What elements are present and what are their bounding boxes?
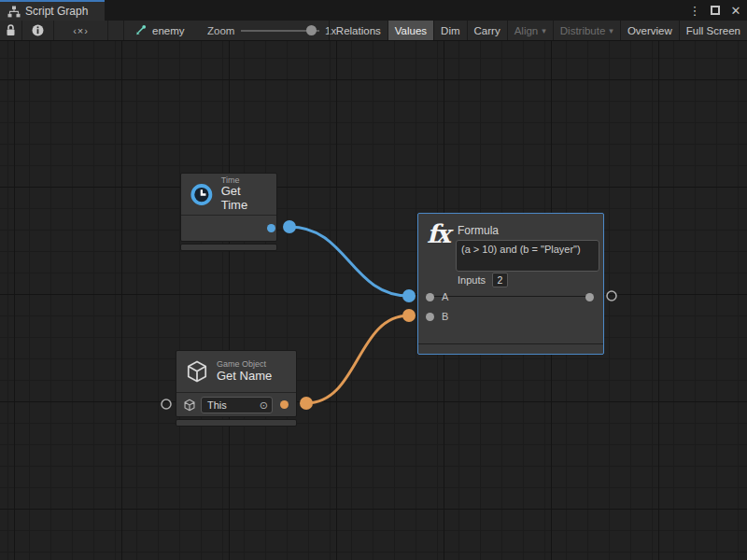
carry-label: Carry — [474, 25, 500, 36]
info-icon — [32, 24, 44, 36]
get-time-body — [181, 215, 276, 241]
inputs-label: Inputs — [458, 274, 486, 286]
dim-button[interactable]: Dim — [433, 21, 466, 40]
close-icon: ✕ — [731, 4, 741, 18]
target-value: This — [207, 399, 260, 411]
tab-script-graph[interactable]: Script Graph — [0, 0, 105, 21]
object-picker-icon[interactable]: ⊙ — [260, 399, 268, 412]
port-a-input[interactable] — [426, 293, 434, 301]
formula-output-port[interactable] — [585, 293, 594, 301]
values-button[interactable]: Values — [388, 21, 433, 40]
relations-label: Relations — [336, 25, 381, 36]
window-controls: ⋮ ✕ — [687, 0, 743, 21]
align-label: Align — [514, 25, 539, 36]
graph-canvas[interactable]: Time Get Time fx Formula (a > 10) and (b… — [0, 41, 747, 560]
graph-name: enemy — [152, 25, 185, 36]
close-button[interactable]: ✕ — [728, 2, 743, 19]
port-a-label: A — [442, 290, 448, 303]
distribute-button[interactable]: Distribute ▾ — [553, 21, 620, 40]
graph-node-icon — [134, 24, 147, 36]
node-footer — [176, 419, 297, 427]
zoom-slider-handle[interactable] — [306, 25, 317, 35]
dropdown-arrow-icon: ▾ — [609, 26, 613, 35]
zoom-slider[interactable] — [241, 21, 319, 40]
formula-expression-input[interactable]: (a > 10) and (b = "Player") — [456, 240, 599, 272]
maximize-icon — [711, 6, 720, 15]
node-footer-divider — [418, 343, 603, 344]
distribute-label: Distribute — [560, 25, 606, 36]
align-button[interactable]: Align ▾ — [507, 21, 553, 40]
formula-inputs-row: Inputs 2 — [458, 273, 508, 287]
graph-hierarchy-icon — [7, 6, 21, 18]
carry-button[interactable]: Carry — [467, 21, 507, 40]
toolbar-toggle-group: Relations Values Dim Carry Align ▾ Distr… — [329, 21, 747, 40]
values-label: Values — [395, 25, 427, 36]
node-formula[interactable]: fx Formula (a > 10) and (b = "Player") I… — [417, 213, 604, 355]
port-row-b: B — [418, 310, 603, 323]
get-time-header[interactable]: Time Get Time — [181, 174, 276, 215]
fullscreen-button[interactable]: Full Screen — [679, 21, 747, 40]
cube-icon — [183, 399, 196, 412]
node-title: Get Name — [217, 370, 272, 384]
wire-endpoint-blue[interactable] — [402, 289, 416, 302]
connection-wire-blue[interactable] — [289, 227, 409, 296]
script-graph-window: Script Graph ⋮ ✕ — [0, 0, 747, 560]
tab-title: Script Graph — [25, 5, 88, 18]
get-time-output-port[interactable] — [267, 224, 275, 232]
tab-bar: Script Graph ⋮ ✕ — [0, 0, 747, 21]
window-menu-button[interactable]: ⋮ — [687, 2, 702, 19]
info-button[interactable] — [22, 21, 54, 40]
get-name-header[interactable]: Game Object Get Name — [176, 351, 296, 392]
wire-endpoint-orange[interactable] — [300, 397, 313, 410]
connections-layer — [0, 41, 747, 560]
overview-button[interactable]: Overview — [620, 21, 679, 40]
node-get-time[interactable]: Time Get Time — [180, 173, 277, 251]
formula-output-socket[interactable] — [607, 291, 616, 301]
node-get-name[interactable]: Game Object Get Name This ⊙ — [176, 350, 297, 427]
fullscreen-label: Full Screen — [686, 25, 740, 36]
port-b-input[interactable] — [426, 313, 434, 321]
dropdown-arrow-icon: ▾ — [542, 26, 546, 35]
cube-icon — [185, 359, 209, 384]
port-row-a: A — [418, 290, 603, 303]
fx-icon: fx — [427, 219, 457, 248]
port-b-label: B — [442, 310, 448, 323]
wire-endpoint-orange[interactable] — [402, 309, 416, 322]
maximize-button[interactable] — [708, 2, 723, 19]
dim-label: Dim — [441, 25, 459, 36]
get-name-output-port[interactable] — [280, 400, 289, 409]
code-toggle-button[interactable]: ‹×› — [54, 21, 108, 40]
node-title: Formula — [458, 224, 499, 237]
clock-icon — [190, 182, 214, 207]
lock-button[interactable] — [0, 21, 22, 40]
node-title: Get Time — [221, 185, 268, 213]
connection-wire-orange[interactable] — [306, 315, 409, 403]
code-toggle-icon: ‹×› — [73, 25, 89, 36]
getname-input-socket[interactable] — [162, 399, 171, 409]
overview-label: Overview — [627, 25, 672, 36]
gameobject-target-field[interactable]: This ⊙ — [201, 397, 273, 413]
inputs-count-input[interactable]: 2 — [492, 273, 508, 287]
graph-breadcrumb[interactable]: enemy — [123, 21, 185, 40]
relations-button[interactable]: Relations — [329, 21, 388, 40]
get-name-body: This ⊙ — [176, 392, 296, 416]
zoom-label: Zoom — [207, 21, 234, 40]
more-icon: ⋮ — [689, 4, 701, 18]
graph-toolbar: ‹×› enemy Zoom 1x Relations Values Dim — [0, 21, 747, 41]
wire-endpoint-blue[interactable] — [283, 220, 296, 233]
node-footer — [180, 244, 277, 251]
lock-icon — [6, 24, 16, 36]
